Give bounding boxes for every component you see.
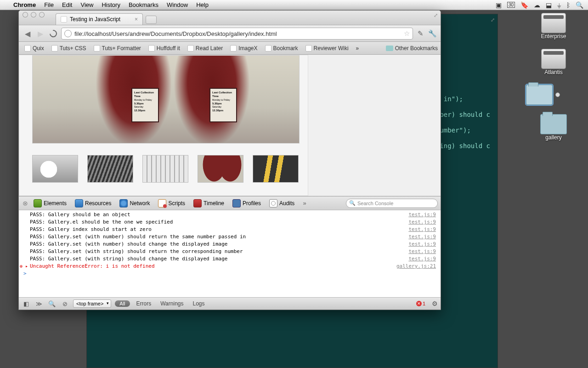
code-line: ring) should c bbox=[436, 142, 498, 150]
console-source-link[interactable]: test.js:9 bbox=[408, 218, 436, 226]
reading-list-icon[interactable]: 🔖 bbox=[520, 1, 528, 9]
console-log-line: PASS: Gallery should be an objecttest.js… bbox=[19, 211, 441, 218]
back-button[interactable]: ◀ bbox=[23, 29, 33, 39]
hdd-icon bbox=[541, 13, 566, 33]
filter-warnings[interactable]: Warnings bbox=[158, 299, 186, 308]
bookmark-star-icon[interactable]: ☆ bbox=[404, 29, 410, 38]
window-zoom-button[interactable] bbox=[39, 12, 45, 17]
wifi-icon[interactable]: ⏚ bbox=[557, 1, 561, 9]
desktop-folder-gallery[interactable]: gallery bbox=[526, 114, 581, 141]
dock-toggle-button[interactable]: ◧ bbox=[22, 299, 31, 308]
filter-errors[interactable]: Errors bbox=[134, 299, 154, 308]
console-source-link[interactable]: test.js:9 bbox=[408, 255, 436, 263]
console-message: PASS: Gallery should be an object bbox=[30, 211, 408, 218]
show-console-button[interactable]: ≫ bbox=[34, 299, 44, 308]
console-source-link[interactable]: test.js:9 bbox=[408, 233, 436, 241]
bluetooth-icon[interactable]: ᛒ bbox=[566, 1, 570, 9]
console-source-link[interactable]: test.js:9 bbox=[408, 226, 436, 233]
window-minimize-button[interactable] bbox=[31, 12, 36, 17]
wrench-menu-icon[interactable]: 🔧 bbox=[428, 29, 437, 38]
code-line: d in"); bbox=[436, 95, 498, 103]
bookmark-read-later[interactable]: Read Later bbox=[185, 44, 226, 52]
other-bookmarks[interactable]: Other Bookmarks bbox=[386, 45, 438, 52]
bookmark-tuts-formatter[interactable]: Tuts+ Formatter bbox=[91, 44, 144, 52]
devtools-close-button[interactable]: ⊗ bbox=[22, 200, 29, 207]
window-menu[interactable]: Window bbox=[167, 1, 188, 8]
app-menu[interactable]: Chrome bbox=[13, 1, 36, 8]
desktop-drive-atlantis[interactable]: Atlantis bbox=[526, 49, 581, 75]
calendar-icon[interactable]: 30 bbox=[507, 2, 515, 8]
error-count-badge[interactable]: ✕1 bbox=[416, 301, 425, 306]
help-menu[interactable]: Help bbox=[196, 1, 209, 8]
filter-logs[interactable]: Logs bbox=[190, 299, 207, 308]
screenrec-icon[interactable]: ▣ bbox=[496, 1, 502, 9]
filter-all[interactable]: All bbox=[115, 300, 130, 307]
clear-console-button[interactable]: ⊘ bbox=[60, 299, 69, 308]
window-close-button[interactable] bbox=[23, 12, 28, 17]
reload-button[interactable] bbox=[48, 29, 58, 39]
console-output[interactable]: PASS: Gallery should be an objecttest.js… bbox=[19, 210, 441, 297]
console-source-link[interactable]: test.js:9 bbox=[408, 241, 436, 248]
tab-close-icon[interactable]: × bbox=[135, 16, 138, 23]
bookmark-icon bbox=[305, 45, 312, 52]
extension-icon[interactable]: ✎ bbox=[416, 29, 425, 38]
devtools-settings-icon[interactable]: ⚙ bbox=[432, 300, 438, 307]
bookmark-label: ImageX bbox=[238, 45, 257, 52]
bookmarks-overflow[interactable]: » bbox=[353, 44, 362, 52]
edit-menu[interactable]: Edit bbox=[62, 1, 72, 8]
fullscreen-icon[interactable]: ⤢ bbox=[434, 12, 438, 18]
cloud-icon[interactable]: ☁ bbox=[534, 1, 540, 9]
fullscreen-icon[interactable]: ⤢ bbox=[491, 16, 495, 24]
bookmark-huffduff[interactable]: Huffduff it bbox=[146, 44, 183, 52]
devtools-tab-resources[interactable]: Resources bbox=[71, 198, 115, 209]
devtools-tab-timeline[interactable]: Timeline bbox=[190, 198, 228, 209]
thumbnail-3[interactable] bbox=[142, 155, 188, 183]
devtools-tab-network[interactable]: Network bbox=[116, 198, 153, 209]
bookmark-bookmark[interactable]: Bookmark bbox=[262, 44, 301, 52]
bookmark-tuts-css[interactable]: Tuts+ CSS bbox=[49, 44, 89, 52]
thumbnail-4[interactable] bbox=[198, 155, 243, 183]
history-menu[interactable]: History bbox=[102, 1, 120, 8]
console-message: PASS: Gallery.set (with number) should r… bbox=[30, 233, 408, 241]
bookmark-icon bbox=[265, 45, 271, 52]
gallery-thumbnails bbox=[32, 155, 308, 183]
devtools-panel: ⊗ Elements Resources Network Scripts Tim… bbox=[19, 196, 441, 310]
site-info-icon[interactable] bbox=[64, 30, 72, 37]
bookmark-icon bbox=[94, 45, 100, 52]
view-menu[interactable]: View bbox=[80, 1, 93, 8]
console-prompt[interactable]: > bbox=[19, 270, 441, 277]
devtools-tab-profiles[interactable]: Profiles bbox=[229, 198, 265, 209]
new-tab-button[interactable] bbox=[146, 16, 157, 24]
devtools-tab-audits[interactable]: Audits bbox=[266, 198, 298, 209]
console-log-line: PASS: Gallery.set (with number) should c… bbox=[19, 241, 441, 248]
desktop-label: gallery bbox=[545, 134, 561, 141]
frame-selector[interactable]: <top frame> bbox=[73, 299, 111, 308]
thumbnail-1[interactable] bbox=[32, 155, 78, 183]
bookmark-imagex[interactable]: ImageX bbox=[227, 44, 260, 52]
network-icon bbox=[119, 199, 128, 207]
devtools-tab-scripts[interactable]: Scripts bbox=[154, 198, 189, 209]
devtools-overflow[interactable]: » bbox=[303, 200, 306, 207]
console-search-input[interactable]: Search Console bbox=[346, 199, 438, 208]
spotlight-icon[interactable]: 🔍 bbox=[576, 1, 583, 9]
devtools-tab-elements[interactable]: Elements bbox=[30, 198, 70, 209]
file-menu[interactable]: File bbox=[44, 1, 54, 8]
desktop-folder-selected[interactable] bbox=[526, 85, 581, 105]
console-source-link[interactable]: test.js:9 bbox=[408, 248, 436, 255]
bookmarks-menu[interactable]: Bookmarks bbox=[129, 1, 158, 8]
thumbnail-5[interactable] bbox=[253, 155, 299, 183]
address-bar[interactable]: file://localhost/Users/andrew/Documents/… bbox=[61, 28, 413, 40]
dropbox-icon[interactable]: ⬓ bbox=[546, 1, 552, 9]
console-source-link[interactable]: gallery.js:21 bbox=[396, 263, 436, 270]
bookmarks-bar: Quix Tuts+ CSS Tuts+ Formatter Huffduff … bbox=[19, 42, 441, 55]
thumbnail-2[interactable] bbox=[87, 155, 133, 183]
bookmark-reviewer-wiki[interactable]: Reviewer Wiki bbox=[303, 44, 351, 52]
console-source-link[interactable]: test.js:9 bbox=[408, 211, 436, 218]
browser-tab[interactable]: Testing in JavaScript × bbox=[56, 13, 143, 25]
bookmark-quix[interactable]: Quix bbox=[22, 44, 47, 52]
devtools-tabstrip: ⊗ Elements Resources Network Scripts Tim… bbox=[19, 196, 441, 210]
desktop-drive-enterprise[interactable]: Enterprise bbox=[526, 13, 581, 40]
forward-button[interactable]: ▶ bbox=[35, 29, 45, 39]
postbox-panel: Last Collection Time Monday to Friday 5.… bbox=[131, 88, 159, 122]
search-button[interactable]: 🔍 bbox=[47, 299, 57, 308]
